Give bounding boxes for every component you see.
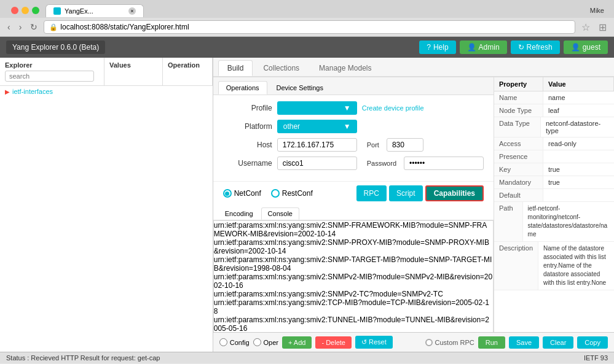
delete-button[interactable]: - Delete	[315, 336, 352, 349]
property-panel-header: Property Value	[494, 77, 614, 91]
explorer-tree: ▶ ietf-interfaces	[0, 86, 213, 352]
console-line: urn:ietf:params:xml:ns:yang:smiv2:SNMP-T…	[214, 255, 493, 273]
search-input[interactable]	[5, 71, 94, 82]
prop-value: true	[543, 176, 565, 188]
reset-button[interactable]: ↺ Reset	[355, 336, 393, 349]
script-button[interactable]: Script	[389, 185, 423, 201]
oper-radio-input[interactable]	[253, 338, 261, 346]
config-radio-input[interactable]	[219, 338, 227, 346]
tab-collections[interactable]: Collections	[254, 60, 309, 76]
guest-button[interactable]: 👤 guest	[564, 41, 608, 54]
explorer-header: Explorer Values Operation	[0, 58, 213, 86]
config-radio[interactable]: Config	[219, 338, 250, 346]
reload-button[interactable]: ↻	[28, 21, 40, 33]
close-button[interactable]	[11, 7, 18, 14]
custom-rpc-label: Custom RPC	[425, 339, 474, 346]
enc-tabs: Encoding Console	[213, 205, 494, 220]
help-button[interactable]: ? Help	[419, 41, 455, 54]
username-row: Username Password	[223, 157, 484, 170]
add-button[interactable]: + Add	[282, 336, 312, 349]
refresh-button[interactable]: ↻ Refresh	[511, 41, 560, 54]
username-input[interactable]	[277, 157, 357, 170]
prop-key: Access	[494, 137, 543, 150]
prop-key: Data Type	[494, 117, 541, 137]
prop-value: name	[543, 91, 570, 104]
star-icon[interactable]: ☆	[579, 21, 592, 33]
prop-value: netconf-datastore-type	[541, 117, 614, 137]
enc-tab-console[interactable]: Console	[261, 207, 299, 220]
port-input[interactable]	[387, 138, 423, 152]
value-header-label: Value	[543, 77, 614, 91]
host-row: Host Port	[223, 138, 484, 152]
sub-tab-device-settings[interactable]: Device Settings	[269, 81, 331, 95]
copy-button[interactable]: Copy	[577, 336, 608, 349]
netconf-radio[interactable]: NetConf	[223, 189, 261, 198]
netconf-radio-dot	[223, 189, 232, 198]
values-col-header: Values	[109, 61, 131, 69]
maximize-button[interactable]	[32, 7, 39, 14]
prop-key: Path	[494, 202, 523, 241]
operation-col-header: Operation	[168, 61, 200, 69]
sub-tabs: Operations Device Settings	[213, 77, 494, 95]
main-content-area: Operations Device Settings Profile ▼ Cre…	[213, 77, 494, 332]
platform-dropdown-icon: ▼	[344, 122, 351, 131]
restconf-radio-dot	[271, 189, 280, 198]
prop-key: Presence	[494, 150, 543, 163]
run-button[interactable]: Run	[478, 336, 505, 349]
help-icon: ?	[427, 43, 431, 52]
console-line: urn:ietf:params:xml:ns:yang:smiv2:SNMP-P…	[214, 238, 493, 255]
extensions-icon[interactable]: ⊞	[596, 21, 609, 33]
prop-value: leaf	[543, 104, 564, 117]
address-bar: ‹ › ↻ 🔒 localhost:8088/static/YangExplor…	[0, 18, 614, 36]
restconf-radio[interactable]: RestConf	[271, 189, 313, 198]
enc-tab-encoding[interactable]: Encoding	[218, 207, 260, 220]
main-layout: Explorer Values Operation ▶ ietf-interfa…	[0, 58, 614, 352]
minimize-button[interactable]	[22, 7, 29, 14]
admin-button[interactable]: 👤 Admin	[460, 41, 507, 54]
prop-key: Key	[494, 163, 543, 176]
console-line: urn:ietf:params:xml:ns:yang:smiv2:SNMPv2…	[214, 290, 493, 298]
prop-key: Mandatory	[494, 176, 543, 188]
save-button[interactable]: Save	[509, 336, 539, 349]
host-input[interactable]	[277, 138, 357, 152]
capabilities-button[interactable]: Capabilities	[425, 185, 484, 201]
tab-build[interactable]: Build	[218, 60, 253, 76]
explorer-col-header: Explorer	[5, 61, 99, 69]
browser-tab[interactable]: YangEx... ×	[45, 4, 144, 17]
clear-button[interactable]: Clear	[543, 336, 573, 349]
password-input[interactable]	[404, 157, 484, 170]
oper-radio[interactable]: Oper	[253, 338, 278, 346]
app-header: Yang Explorer 0.6.0 (Beta) ? Help 👤 Admi…	[0, 37, 614, 58]
property-row: Presence	[494, 150, 614, 163]
console-line: urn:ietf:params:xml:ns:yang:smiv2:TUNNEL…	[214, 316, 493, 332]
admin-icon: 👤	[467, 43, 476, 52]
profile-select[interactable]: ▼	[277, 101, 357, 115]
platform-select[interactable]: other ▼	[277, 120, 357, 133]
custom-rpc-area: Custom RPC Run Save Clear Copy	[425, 336, 608, 349]
prop-value	[543, 189, 553, 201]
browser-chrome: YangEx... × Mike ‹ › ↻ 🔒 localhost:8088/…	[0, 0, 614, 37]
content-split: Operations Device Settings Profile ▼ Cre…	[213, 77, 614, 332]
console-line: urn:ietf:params:xml:ns:yang:smiv2:SNMPv2…	[214, 273, 493, 290]
tab-title: YangEx...	[65, 7, 93, 15]
form-section: Profile ▼ Create device profile Platform…	[213, 95, 494, 181]
prop-value	[543, 150, 553, 163]
url-bar[interactable]: 🔒 localhost:8088/static/YangExplorer.htm…	[44, 20, 575, 34]
forward-button[interactable]: ›	[17, 21, 25, 33]
tab-manage-models[interactable]: Manage Models	[310, 60, 380, 76]
create-profile-link[interactable]: Create device profile	[362, 104, 424, 112]
tree-expand-icon: ▶	[5, 88, 10, 95]
prop-value: ietf-netconf-monitoring/netconf-state/da…	[523, 202, 614, 241]
oper-radio-label: Oper	[264, 339, 278, 346]
netconf-label: NetConf	[234, 189, 261, 198]
prop-value: read-only	[543, 137, 581, 150]
rpc-button[interactable]: RPC	[356, 185, 387, 201]
sub-tab-operations[interactable]: Operations	[218, 81, 267, 95]
property-row: Default	[494, 189, 614, 202]
ietf-label: IETF 93	[584, 354, 608, 362]
status-message: Status : Recieved HTTP Result for reques…	[6, 354, 160, 362]
console-output: urn:ietf:params:xml:ns:yang:smiv2:SNMP-F…	[213, 220, 494, 332]
tab-close-icon[interactable]: ×	[128, 7, 136, 15]
back-button[interactable]: ‹	[5, 21, 13, 33]
tree-item-ietf-interfaces[interactable]: ▶ ietf-interfaces	[0, 86, 213, 97]
